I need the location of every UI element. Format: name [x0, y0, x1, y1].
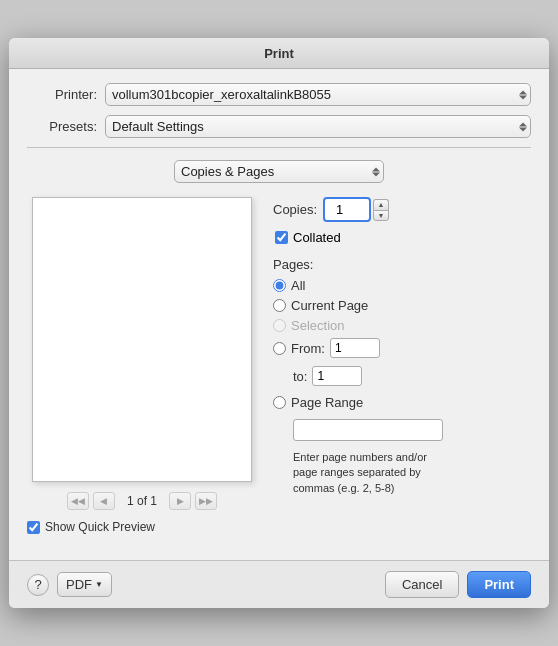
page-range-input[interactable]: [293, 419, 443, 441]
section-select[interactable]: Copies & Pages: [174, 160, 384, 183]
page-range-hint: Enter page numbers and/or page ranges se…: [293, 450, 448, 496]
title-bar: Print: [9, 38, 549, 69]
next-page-button[interactable]: ▶: [169, 492, 191, 510]
help-button[interactable]: ?: [27, 574, 49, 596]
section-select-wrapper: Copies & Pages: [174, 160, 384, 183]
copies-label: Copies:: [273, 202, 317, 217]
radio-from-label[interactable]: From:: [291, 341, 325, 356]
radio-selection-label[interactable]: Selection: [291, 318, 344, 333]
from-input[interactable]: [330, 338, 380, 358]
to-label: to:: [293, 369, 307, 384]
copies-decrement-button[interactable]: ▼: [373, 210, 389, 221]
radio-current-label[interactable]: Current Page: [291, 298, 368, 313]
last-page-button[interactable]: ▶▶: [195, 492, 217, 510]
options-panel: Copies: ▲ ▼ Collated Pages:: [273, 197, 531, 534]
cancel-button[interactable]: Cancel: [385, 571, 459, 598]
content-area: Printer: vollum301bcopier_xeroxaltalinkB…: [9, 69, 549, 548]
radio-selection[interactable]: [273, 319, 286, 332]
radio-page-range-label[interactable]: Page Range: [291, 395, 363, 410]
printer-label: Printer:: [27, 87, 97, 102]
separator: [27, 147, 531, 148]
pdf-label: PDF: [66, 577, 92, 592]
radio-page-range-row: Page Range: [273, 395, 531, 410]
first-page-button[interactable]: ◀◀: [67, 492, 89, 510]
collated-label[interactable]: Collated: [293, 230, 341, 245]
pages-section-label: Pages:: [273, 257, 531, 272]
presets-select-wrapper: Default Settings: [105, 115, 531, 138]
printer-select-wrapper: vollum301bcopier_xeroxaltalinkB8055: [105, 83, 531, 106]
pdf-button[interactable]: PDF ▼: [57, 572, 112, 597]
quick-preview-row: Show Quick Preview: [27, 520, 257, 534]
radio-selection-row: Selection: [273, 318, 531, 333]
main-body: ◀◀ ◀ 1 of 1 ▶ ▶▶ Show Quick Preview Copi…: [27, 197, 531, 534]
collated-row: Collated: [275, 230, 531, 245]
radio-page-range[interactable]: [273, 396, 286, 409]
radio-all-row: All: [273, 278, 531, 293]
collated-checkbox[interactable]: [275, 231, 288, 244]
copies-row: Copies: ▲ ▼: [273, 197, 531, 222]
radio-all-label[interactable]: All: [291, 278, 305, 293]
window-title: Print: [264, 46, 294, 61]
radio-from[interactable]: [273, 342, 286, 355]
presets-select[interactable]: Default Settings: [105, 115, 531, 138]
radio-from-row: From:: [273, 338, 531, 358]
preview-area: ◀◀ ◀ 1 of 1 ▶ ▶▶ Show Quick Preview: [27, 197, 257, 534]
page-indicator: 1 of 1: [127, 494, 157, 508]
copies-input-wrap: ▲ ▼: [323, 197, 389, 222]
bottom-bar: ? PDF ▼ Cancel Print: [9, 560, 549, 608]
to-row: to:: [293, 366, 531, 386]
pages-radio-group: All Current Page Selection: [273, 278, 531, 496]
copies-increment-button[interactable]: ▲: [373, 199, 389, 210]
print-dialog: Print Printer: vollum301bcopier_xeroxalt…: [9, 38, 549, 608]
copies-input[interactable]: [323, 197, 371, 222]
preview-controls: ◀◀ ◀ 1 of 1 ▶ ▶▶: [27, 492, 257, 510]
section-dropdown-row: Copies & Pages: [27, 160, 531, 183]
quick-preview-checkbox[interactable]: [27, 521, 40, 534]
radio-all[interactable]: [273, 279, 286, 292]
radio-current-row: Current Page: [273, 298, 531, 313]
copies-stepper: ▲ ▼: [373, 199, 389, 221]
pdf-dropdown-arrow-icon: ▼: [95, 580, 103, 589]
preview-page: [32, 197, 252, 482]
radio-current-page[interactable]: [273, 299, 286, 312]
quick-preview-label[interactable]: Show Quick Preview: [45, 520, 155, 534]
prev-page-button[interactable]: ◀: [93, 492, 115, 510]
printer-row: Printer: vollum301bcopier_xeroxaltalinkB…: [27, 83, 531, 106]
presets-label: Presets:: [27, 119, 97, 134]
presets-row: Presets: Default Settings: [27, 115, 531, 138]
print-button[interactable]: Print: [467, 571, 531, 598]
printer-select[interactable]: vollum301bcopier_xeroxaltalinkB8055: [105, 83, 531, 106]
to-input[interactable]: [312, 366, 362, 386]
